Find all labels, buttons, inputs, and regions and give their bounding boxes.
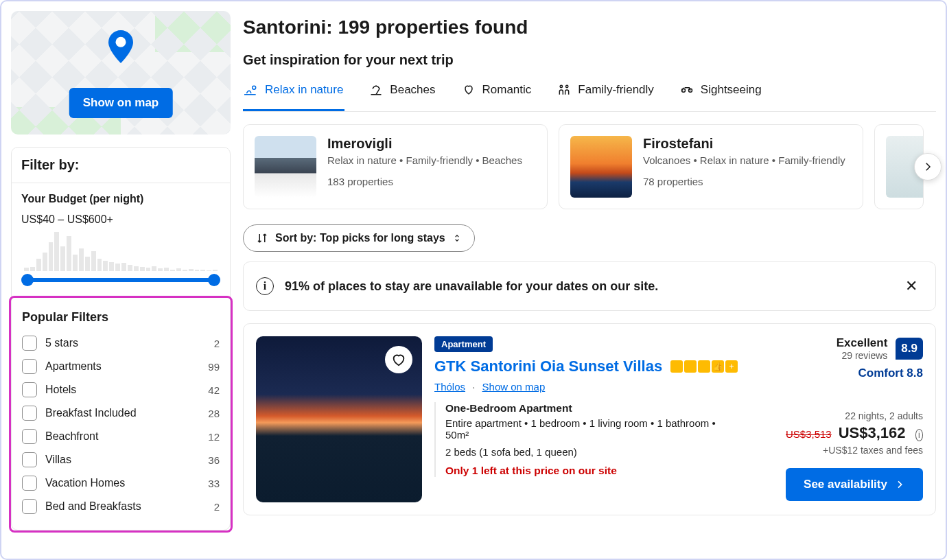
filter-count: 42 [208, 384, 220, 396]
svg-point-0 [116, 37, 126, 47]
filter-checkbox[interactable] [22, 429, 37, 444]
filter-count: 28 [208, 408, 220, 419]
sort-dropdown[interactable]: Sort by: Top picks for long stays [243, 224, 475, 252]
sort-icon [256, 232, 268, 244]
property-type-badge: Apartment [434, 336, 493, 352]
binoculars-icon [680, 83, 694, 97]
beach-icon [369, 83, 383, 97]
availability-banner: i 91% of places to stay are unavailable … [243, 261, 936, 311]
budget-title: Your Budget (per night) [21, 193, 220, 205]
map-preview[interactable]: Show on map [11, 11, 231, 135]
tab-label: Romantic [482, 83, 532, 97]
room-description: Entire apartment • 1 bedroom • 1 living … [445, 417, 734, 441]
inspiration-thumb [255, 136, 316, 198]
filter-checkbox[interactable] [22, 452, 37, 467]
filter-row[interactable]: Apartments99 [21, 355, 221, 378]
review-count: 29 reviews [837, 350, 888, 361]
show-on-map-button[interactable]: Show on map [69, 88, 173, 118]
nature-icon [244, 83, 258, 97]
inspiration-title: Firostefani [643, 136, 845, 152]
inspiration-tabs: Relax in nature Beaches Romantic Family-… [243, 76, 936, 112]
filter-checkbox[interactable] [22, 476, 37, 491]
tab-beaches[interactable]: Beaches [368, 76, 436, 111]
wishlist-button[interactable] [385, 346, 412, 373]
budget-range: US$40 – US$600+ [21, 213, 220, 226]
slider-knob-max[interactable] [208, 274, 220, 286]
popular-filters-title: Popular Filters [22, 310, 221, 325]
filter-row[interactable]: Bed and Breakfasts2 [21, 495, 221, 518]
inspiration-count: 78 properties [643, 176, 845, 187]
filter-label: Bed and Breakfasts [45, 500, 141, 513]
room-title: One-Bedroom Apartment [445, 402, 786, 415]
location-link[interactable]: Thólos [434, 381, 465, 393]
tab-label: Sightseeing [701, 83, 762, 97]
filter-count: 2 [214, 338, 220, 349]
filter-label: 5 stars [45, 337, 78, 349]
comfort-score: Comfort 8.8 [786, 366, 923, 380]
review-score: 8.9 [896, 338, 923, 360]
inspiration-tags: Volcanoes • Relax in nature • Family-fri… [643, 154, 845, 166]
slider-knob-min[interactable] [21, 274, 34, 286]
filter-row[interactable]: Hotels42 [21, 378, 221, 401]
filter-count: 2 [214, 501, 220, 513]
heart-icon [391, 352, 406, 367]
page-title: Santorini: 199 properties found [243, 16, 936, 38]
property-title-link[interactable]: GTK Santorini Oia Sunset Villas [434, 358, 662, 375]
family-icon [557, 83, 571, 97]
score-word: Excellent [837, 336, 888, 350]
filter-label: Villas [45, 454, 71, 466]
inspiration-count: 183 properties [327, 176, 522, 187]
filter-row[interactable]: Villas36 [21, 448, 221, 471]
tab-romantic[interactable]: Romantic [460, 76, 533, 111]
rating-tiles: 👍 + [670, 360, 738, 373]
filter-checkbox[interactable] [22, 382, 37, 397]
chevron-right-icon [894, 479, 905, 490]
price-original: US$3,513 [786, 428, 832, 440]
taxes-fees: +US$12 taxes and fees [786, 445, 923, 456]
chevron-right-icon [922, 161, 934, 173]
cta-label: See availability [804, 478, 887, 491]
romantic-icon [462, 83, 476, 97]
tab-family-friendly[interactable]: Family-friendly [556, 76, 655, 111]
map-pin-icon [108, 30, 133, 66]
filter-checkbox[interactable] [22, 406, 37, 421]
filter-checkbox[interactable] [22, 359, 37, 374]
filter-row[interactable]: Vacation Homes33 [21, 471, 221, 495]
inspiration-thumb [570, 136, 632, 198]
banner-close-button[interactable]: ✕ [900, 275, 923, 298]
info-icon: i [256, 277, 274, 295]
popular-filters-section: Popular Filters 5 stars2Apartments99Hote… [9, 296, 233, 533]
property-card: Apartment GTK Santorini Oia Sunset Villa… [243, 323, 936, 515]
show-on-map-link[interactable]: Show on map [482, 381, 546, 393]
property-thumb[interactable] [256, 336, 422, 502]
filter-label: Beachfront [45, 430, 98, 443]
filter-label: Breakfast Included [45, 407, 137, 419]
filter-row[interactable]: 5 stars2 [21, 331, 221, 355]
inspiration-tags: Relax in nature • Family-friendly • Beac… [327, 154, 522, 166]
filter-row[interactable]: Breakfast Included28 [21, 401, 221, 425]
filter-panel: Filter by: Your Budget (per night) US$40… [11, 147, 231, 530]
stay-info: 22 nights, 2 adults [786, 410, 923, 421]
see-availability-button[interactable]: See availability [786, 468, 923, 501]
tab-sightseeing[interactable]: Sightseeing [679, 76, 763, 111]
filter-label: Hotels [45, 384, 76, 396]
chevron-updown-icon [452, 233, 462, 243]
filter-header: Filter by: [12, 148, 230, 183]
scarcity-message: Only 1 left at this price on our site [445, 465, 786, 477]
inspiration-card[interactable]: Imerovigli Relax in nature • Family-frie… [243, 124, 548, 209]
plus-icon: + [725, 360, 738, 373]
filter-checkbox[interactable] [22, 499, 37, 514]
scroll-right-button[interactable] [914, 153, 942, 180]
filter-checkbox[interactable] [22, 336, 37, 351]
filter-label: Vacation Homes [45, 477, 125, 489]
inspiration-card[interactable]: Firostefani Volcanoes • Relax in nature … [559, 124, 863, 209]
filter-row[interactable]: Beachfront12 [21, 425, 221, 448]
tab-label: Family-friendly [578, 83, 654, 97]
price-current: US$3,162 [839, 424, 906, 442]
budget-slider[interactable] [21, 272, 220, 286]
thumbs-up-icon: 👍 [712, 360, 724, 373]
price-info-icon[interactable]: i [915, 429, 923, 441]
tab-relax-in-nature[interactable]: Relax in nature [243, 76, 344, 111]
budget-histogram [21, 230, 220, 271]
filter-count: 33 [208, 478, 220, 489]
